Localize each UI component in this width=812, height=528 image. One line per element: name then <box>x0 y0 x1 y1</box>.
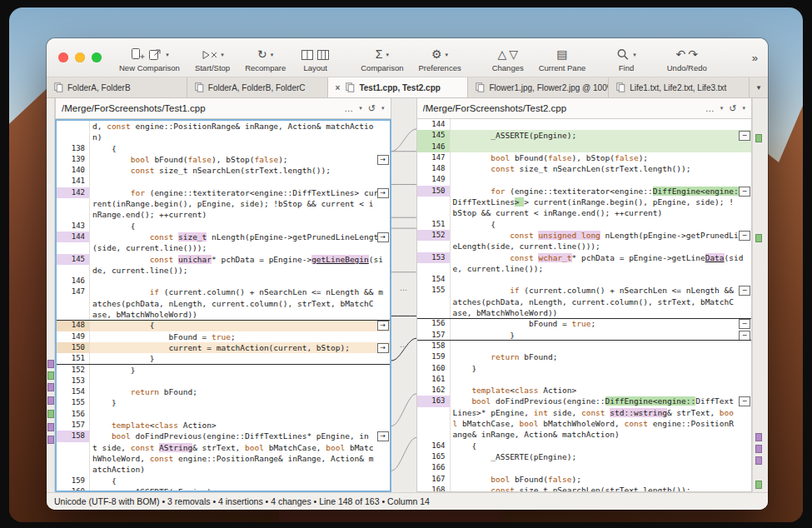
tab-1[interactable]: FolderA, FolderB <box>47 77 187 97</box>
code-line[interactable]: d, const engine::PositionRange& inRange,… <box>90 121 390 132</box>
code-line[interactable]: atches(pchData, nLength, current.column(… <box>90 298 390 309</box>
code-line[interactable]: (side, current.line())); <box>90 242 390 253</box>
code-line[interactable]: { <box>451 219 752 230</box>
code-line[interactable]: ange& inRange, Action& matchAction) <box>451 429 752 440</box>
minimize-button[interactable] <box>75 52 85 62</box>
merge-change-button[interactable]: → <box>377 232 389 242</box>
change-mark[interactable] <box>47 423 54 431</box>
toolbar-item-changes[interactable]: △▽Changes <box>492 47 524 72</box>
code-line[interactable]: } <box>90 353 390 364</box>
toolbar-overflow-button[interactable]: » <box>742 52 768 64</box>
merge-change-button[interactable]: − <box>739 187 750 197</box>
toolbar-item-current-pane[interactable]: ▤Current Pane <box>539 47 586 72</box>
caret-down-icon[interactable]: ▾ <box>381 105 385 112</box>
code-line[interactable]: for (engine::textiterator<engine::DiffTe… <box>90 187 390 198</box>
code-line[interactable]: } <box>451 330 752 341</box>
code-line[interactable]: hWholeWord, const engine::PositionRange&… <box>90 453 390 464</box>
change-mark[interactable] <box>47 383 54 391</box>
change-mark[interactable] <box>755 134 762 142</box>
left-overview[interactable] <box>47 98 55 492</box>
merge-change-button[interactable]: → <box>377 155 389 165</box>
more-icon[interactable]: … <box>344 103 353 113</box>
code-line[interactable]: t side, const AString& strText, bool bMa… <box>90 442 390 453</box>
code-line[interactable]: rent(inRange.begin(), pEngine, side); !b… <box>90 198 390 209</box>
code-line[interactable]: current = matchAction(current, bStop); <box>90 342 390 353</box>
right-code-pane[interactable]: 144145 _ASSERTE(pEngine);−146147 bool bF… <box>416 119 753 492</box>
more-icon[interactable]: … <box>705 103 715 113</box>
close-button[interactable] <box>58 52 68 62</box>
code-line[interactable]: bool bFound(false), bStop(false); <box>90 154 390 165</box>
tab-3[interactable]: ×Test1.cpp, Test2.cpp <box>328 77 469 97</box>
right-file-path-bar[interactable]: /Merge/ForScreenshots/Test2.cpp … ▾ ↺ ▾ <box>416 98 753 119</box>
change-mark[interactable] <box>755 234 762 242</box>
caret-down-icon[interactable]: ▾ <box>742 105 745 112</box>
code-line[interactable]: return bFound; <box>451 351 752 362</box>
code-line[interactable] <box>90 409 390 420</box>
code-line[interactable]: for (engine::textiterator<engine::DiffEn… <box>451 186 752 197</box>
code-line[interactable] <box>451 119 752 130</box>
code-line[interactable]: n) <box>90 132 390 142</box>
change-mark[interactable] <box>755 481 762 489</box>
code-line[interactable]: if (current.column() + nSearchLen <= nLe… <box>451 285 752 296</box>
merge-change-button[interactable]: − <box>739 319 750 329</box>
merge-change-button[interactable]: → <box>377 343 389 353</box>
code-line[interactable]: e, current.line()); <box>451 263 752 274</box>
code-line[interactable]: ase, bMatchWholeWord)) <box>451 307 752 318</box>
merge-change-button[interactable]: → <box>377 321 389 331</box>
code-line[interactable] <box>451 462 752 473</box>
tab-overflow-button[interactable]: ▾ <box>750 77 768 97</box>
code-line[interactable]: { <box>90 320 390 331</box>
code-line[interactable]: { <box>90 476 390 486</box>
change-mark[interactable] <box>47 436 54 444</box>
code-line[interactable]: bFound = true; <box>90 331 390 342</box>
left-code-pane[interactable]: d, const engine::PositionRange& inRange,… <box>55 119 391 492</box>
code-line[interactable]: bool doFindPrevious(engine::DiffEngine<e… <box>451 396 752 406</box>
change-mark[interactable] <box>755 456 762 465</box>
code-line[interactable]: const unichar* pchData = pEngine->getLin… <box>90 254 390 265</box>
close-icon[interactable]: × <box>336 83 341 92</box>
left-file-path-bar[interactable]: /Merge/ForScreenshots/Test1.cpp … ▾ ↺ ▾ <box>55 98 391 119</box>
toolbar-item-recompare[interactable]: ↻▾Recompare <box>245 47 286 72</box>
toolbar-item-comparison[interactable]: Σ▾Comparison <box>361 47 403 72</box>
code-line[interactable]: const size_t nSearchLen(strText.length()… <box>451 163 752 174</box>
change-mark[interactable] <box>47 360 54 368</box>
code-line[interactable] <box>451 274 752 285</box>
code-line[interactable]: const unsigned long nLength(pEngine->get… <box>451 230 752 241</box>
code-line[interactable]: _ASSERTE(pEngine); <box>451 451 752 462</box>
code-line[interactable]: eLength(side, current.line())); <box>451 241 752 252</box>
caret-down-icon[interactable]: ▾ <box>720 105 724 112</box>
toolbar-item-undo-redo[interactable]: ↶↷Undo/Redo <box>667 47 707 72</box>
code-line[interactable]: template<class Action> <box>90 420 390 431</box>
code-line[interactable]: { <box>90 143 390 154</box>
code-line[interactable] <box>90 276 390 286</box>
change-mark[interactable] <box>755 433 762 441</box>
caret-down-icon[interactable]: ▾ <box>359 105 362 112</box>
code-line[interactable]: DiffTextLines> > current(inRange.begin()… <box>451 197 752 207</box>
code-line[interactable] <box>90 176 390 187</box>
code-line[interactable] <box>451 142 752 152</box>
toolbar-item-start-stop[interactable]: ▾Start/Stop <box>195 47 230 72</box>
merge-change-button[interactable]: − <box>739 131 750 141</box>
toolbar-item-layout[interactable]: Layout <box>301 47 330 72</box>
change-mark[interactable] <box>47 396 54 405</box>
code-line[interactable]: template<class Action> <box>451 385 752 396</box>
code-line[interactable]: nRange.end(); ++current) <box>90 209 390 220</box>
merge-change-button[interactable]: → <box>377 188 389 198</box>
code-line[interactable]: } <box>451 363 752 374</box>
code-line[interactable]: { <box>90 221 390 232</box>
code-line[interactable]: const size_t nLength(pEngine->getPrunedL… <box>90 232 390 242</box>
toolbar-item-find[interactable]: ▾Find <box>616 47 636 72</box>
code-line[interactable]: return bFound; <box>90 386 390 397</box>
code-line[interactable]: de, current.line()); <box>90 265 390 276</box>
code-line[interactable] <box>90 376 390 386</box>
code-line[interactable]: const size_t nSearchLen(strText.length()… <box>451 485 752 492</box>
code-line[interactable]: } <box>90 365 390 376</box>
toolbar-item-preferences[interactable]: ⚙▾Preferences <box>418 47 461 72</box>
code-line[interactable]: const wchar_t* pchData = pEngine->getLin… <box>451 252 752 263</box>
tab-2[interactable]: FolderA, FolderB, FolderC <box>187 77 328 97</box>
merge-change-button[interactable]: → <box>377 431 389 441</box>
code-line[interactable]: _ASSERTE(pEngine); <box>90 486 390 492</box>
tab-4[interactable]: Flower1.jpg, Flower2.jpg @ 100% <box>468 77 609 97</box>
code-line[interactable] <box>451 374 752 385</box>
code-line[interactable] <box>451 341 752 351</box>
